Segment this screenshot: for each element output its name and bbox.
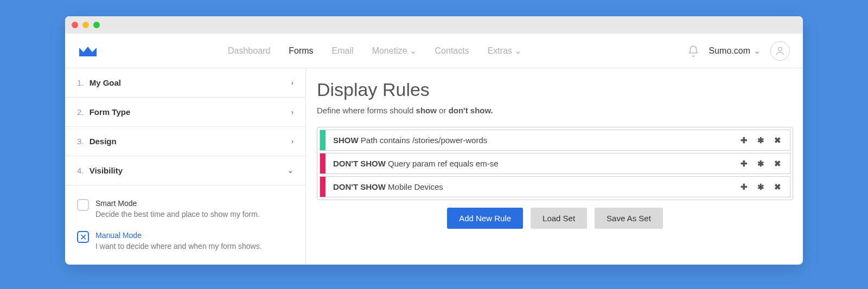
bell-icon[interactable]: [687, 45, 699, 57]
page-subtitle: Define where forms should show or don't …: [317, 106, 793, 115]
close-icon[interactable]: ✖: [774, 136, 781, 145]
mode-option-smart-mode[interactable]: Smart ModeDecide the best time and place…: [65, 193, 305, 225]
rule-detail: Path contains /stories/power-words: [361, 136, 487, 145]
mode-title: Manual Mode: [95, 230, 262, 241]
nav-link-label: Dashboard: [228, 46, 270, 56]
rule-row: SHOW Path contains /stories/power-words✚…: [320, 130, 790, 151]
site-label: Sumo.com: [709, 46, 750, 56]
gear-icon[interactable]: ✱: [757, 182, 764, 192]
step-label: Visibility: [87, 166, 123, 175]
step-label: My Goal: [87, 78, 122, 87]
sidebar-step-visibility[interactable]: 4. Visibility⌄: [65, 156, 305, 185]
window-titlebar: [65, 16, 803, 34]
mode-desc: Decide the best time and place to show m…: [95, 209, 260, 220]
plus-icon[interactable]: ✚: [741, 136, 748, 145]
save-as-set-button[interactable]: Save As Set: [595, 208, 663, 229]
window-max-dot[interactable]: [93, 22, 100, 28]
chevron-right-icon: ›: [291, 79, 293, 87]
plus-icon[interactable]: ✚: [741, 159, 748, 169]
nav-link-extras[interactable]: Extras⌄: [488, 46, 521, 56]
nav-link-label: Extras: [488, 46, 512, 56]
window-close-dot[interactable]: [72, 22, 78, 28]
rule-kind: DON'T SHOW: [333, 182, 388, 191]
rule-accent: [320, 153, 326, 174]
avatar[interactable]: [770, 41, 790, 61]
close-icon[interactable]: ✖: [774, 159, 781, 169]
step-number: 2.: [77, 107, 84, 117]
logo-crown-icon[interactable]: [78, 44, 98, 57]
page-title: Display Rules: [317, 79, 793, 100]
rule-detail: Mobile Devices: [388, 182, 443, 191]
rule-detail: Query param ref equals em-se: [388, 159, 498, 168]
gear-icon[interactable]: ✱: [757, 159, 764, 169]
rule-row: DON'T SHOW Query param ref equals em-se✚…: [320, 153, 790, 174]
sidebar-step-form-type[interactable]: 2. Form Type›: [65, 98, 305, 127]
sidebar-step-design[interactable]: 3. Design›: [65, 127, 305, 156]
rule-kind: DON'T SHOW: [333, 159, 388, 168]
step-label: Design: [87, 137, 117, 146]
nav-link-forms[interactable]: Forms: [289, 46, 313, 56]
chevron-right-icon: ›: [291, 137, 293, 145]
mode-checkbox[interactable]: [77, 199, 89, 211]
rules-container: SHOW Path contains /stories/power-words✚…: [317, 127, 793, 200]
nav-link-label: Monetize: [372, 46, 407, 56]
mode-checkbox[interactable]: ✕: [77, 231, 89, 243]
top-nav: DashboardFormsEmailMonetize⌄ContactsExtr…: [65, 34, 803, 68]
sidebar-step-my-goal[interactable]: 1. My Goal›: [65, 68, 305, 98]
nav-link-email[interactable]: Email: [332, 46, 354, 56]
chevron-right-icon: ›: [291, 108, 293, 116]
step-label: Form Type: [87, 107, 131, 117]
add-new-rule-button[interactable]: Add New Rule: [447, 208, 523, 229]
chevron-down-icon: ⌄: [288, 166, 293, 175]
rule-kind: SHOW: [333, 136, 361, 145]
site-dropdown[interactable]: Sumo.com ⌄: [709, 46, 761, 56]
load-set-button[interactable]: Load Set: [531, 208, 587, 229]
mode-option-manual-mode[interactable]: ✕Manual ModeI want to decide where and w…: [65, 225, 305, 257]
mode-title: Smart Mode: [95, 198, 260, 209]
step-number: 4.: [77, 166, 84, 175]
main-panel: Display Rules Define where forms should …: [306, 68, 803, 265]
sidebar: 1. My Goal›2. Form Type›3. Design›4. Vis…: [65, 68, 306, 265]
nav-link-label: Contacts: [435, 46, 469, 56]
gear-icon[interactable]: ✱: [757, 136, 764, 145]
nav-link-contacts[interactable]: Contacts: [435, 46, 469, 56]
step-number: 1.: [77, 78, 84, 87]
close-icon[interactable]: ✖: [774, 182, 781, 192]
plus-icon[interactable]: ✚: [741, 182, 748, 192]
mode-desc: I want to decide where and when my form …: [95, 241, 262, 252]
window-min-dot[interactable]: [82, 22, 89, 28]
nav-link-label: Email: [332, 46, 354, 56]
nav-link-dashboard[interactable]: Dashboard: [228, 46, 270, 56]
rule-accent: [320, 130, 326, 150]
rule-row: DON'T SHOW Mobile Devices✚✱✖: [320, 176, 790, 197]
rule-text: SHOW Path contains /stories/power-words: [326, 130, 732, 150]
step-number: 3.: [77, 137, 84, 146]
chevron-down-icon: ⌄: [754, 46, 761, 56]
rule-text: DON'T SHOW Mobile Devices: [326, 177, 732, 197]
rule-text: DON'T SHOW Query param ref equals em-se: [326, 153, 732, 174]
svg-point-0: [778, 47, 782, 51]
rule-accent: [320, 177, 326, 197]
chevron-down-icon: ⌄: [514, 46, 521, 56]
nav-link-monetize[interactable]: Monetize⌄: [372, 46, 417, 56]
app-window: DashboardFormsEmailMonetize⌄ContactsExtr…: [65, 16, 803, 265]
chevron-down-icon: ⌄: [410, 46, 417, 56]
nav-link-label: Forms: [289, 46, 313, 56]
